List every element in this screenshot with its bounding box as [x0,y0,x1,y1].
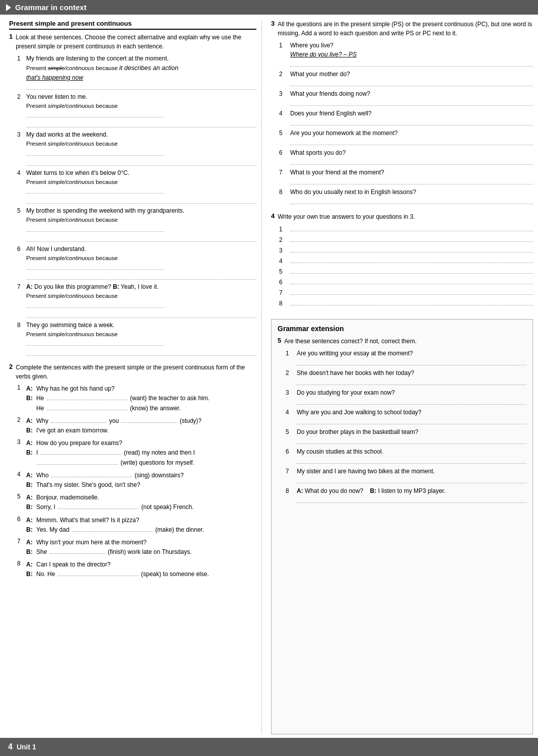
answer-line [26,186,164,194]
answer-line [290,118,533,125]
list-item: 6 What sports you do? [279,148,533,166]
sentence: My cousin studies at this school. [297,447,526,456]
list-item: 6 Ah! Now I understand. Present simple/c… [17,244,256,281]
sentence: A: Do you like this programme? B: Yeah, … [26,282,256,291]
ex2-num: 2 [9,363,13,370]
list-item: 2 What your mother do? [279,70,533,87]
question: What is your friend at the moment? [290,168,533,177]
header-bar: Grammar in context [0,0,538,15]
answer-line [297,476,526,483]
list-item: 3 A: How do you prepare for exams? B: I … [17,438,256,468]
fill-blank[interactable] [72,531,153,532]
list-item: 1 Are you writting your essay at the mom… [286,349,526,366]
list-item: 6 [279,277,533,286]
answer-line [26,349,256,356]
exercise-4: 4 Write your own true answers to your qu… [271,212,533,309]
ex3-num: 3 [271,20,275,27]
question: What sports you do? [290,148,533,157]
fill-blank[interactable] [51,422,106,423]
fill-blank[interactable] [58,509,139,509]
sentence: Do your brother plays in the basketball … [297,427,526,436]
answer-line [290,59,533,67]
list-item: 8 They go swimming twice a week. Present… [17,321,256,357]
list-item: 2 She doesn't have her books with her to… [286,368,526,386]
question: Does your friend English well? [290,109,533,118]
fill-blank[interactable] [47,400,127,400]
exercise-3: 3 All the questions are in the present s… [271,20,533,207]
list-item: 4 Water turns to ice when it's below 0°C… [17,168,256,205]
list-item: 8 [279,298,533,307]
footer-page: 4 [8,742,13,751]
fill-blank[interactable] [50,553,105,554]
exercise-1: 1 Look at these sentences. Choose the co… [9,33,256,357]
answer-line [26,235,256,242]
list-item: 4 A: Who (sing) downstairs? B: That's my… [17,471,256,490]
answer-line [290,277,533,284]
question: Are you your homework at the moment? [290,129,533,138]
ex1-num: 1 [9,33,13,40]
grammar-ext-title: Grammar extension [278,325,526,333]
ex4-num: 4 [271,212,275,220]
fill-blank[interactable] [47,410,127,410]
sentence: My friends are listening to the concert … [26,54,256,63]
list-item: 7 [279,288,533,296]
sentence: My dad works at the weekend. [26,130,256,139]
answer-line [26,120,256,128]
list-item: 1 My friends are listening to the concer… [17,54,256,91]
ex4-instruction: Write your own true answers to your ques… [278,212,415,221]
fill-blank[interactable] [121,422,177,423]
fill-blank[interactable] [41,454,121,455]
answer-line [26,149,164,156]
main-content: Present simple and present continuous 1 … [0,15,538,734]
example-answer: it describes an action [119,65,178,72]
ex3-instruction: All the questions are in the present sim… [278,20,533,38]
list-item: 6 My cousin studies at this school. [286,447,526,465]
question: What your mother do? [290,70,533,79]
list-item: 5 A: Bonjour, mademoiselle. B: Sorry, I … [17,493,256,512]
fill-blank[interactable] [51,477,132,477]
answer-line [26,83,256,90]
left-column: Present simple and present continuous 1 … [0,20,262,734]
answer-line [297,398,526,405]
ex2-items: 1 A: Why has he got his hand up? B: He (… [17,384,256,579]
list-item: 8 Who do you usually next to in English … [279,187,533,205]
answer-line [297,457,526,464]
sentence: You never listen to me. [26,92,256,101]
ex5-items: 1 Are you writting your essay at the mom… [286,349,526,504]
list-item: 7 My sister and I are having two bikes a… [286,467,526,484]
answer-line [26,225,164,232]
answer-line [290,235,533,242]
answer-line [290,224,533,231]
answer-line [290,158,533,165]
fill-blank[interactable] [37,464,118,465]
answer-line [297,378,526,385]
answer-line [290,288,533,295]
section1-title: Present simple and present continuous [9,20,256,30]
sentence: Do you studying for your exam now? [297,388,526,397]
question: Where you live? [290,41,533,50]
list-item: 1 A: Why has he got his hand up? B: He (… [17,384,256,413]
answer-line [290,177,533,184]
example-answer-line2: that's happening now [26,73,256,82]
list-item: 7 A: Do you like this programme? B: Yeah… [17,282,256,319]
answer-line [290,267,533,274]
sentence: Are you writting your essay at the momen… [297,349,526,358]
list-item: 3 [279,245,533,254]
ex1-instruction: Look at these sentences. Choose the corr… [16,33,256,51]
list-item: 2 You never listen to me. Present simple… [17,92,256,129]
sentence: My brother is spending the weekend with … [26,206,256,215]
list-item: 1 Where you live? Where do you live? – P… [279,41,533,68]
list-item: 5 My brother is spending the weekend wit… [17,206,256,243]
answer-line [290,298,533,305]
fill-blank[interactable] [58,576,139,576]
answer-line [26,197,256,204]
answer-line [290,99,533,106]
answer-line [26,110,164,117]
sentence: They go swimming twice a week. [26,321,256,330]
list-item: 3 Do you studying for your exam now? [286,388,526,406]
answer-line [297,437,526,444]
sentence: She doesn't have her books with her toda… [297,368,526,377]
ex5-num: 5 [278,337,281,344]
sentence: A: What do you do now? B: I listen to my… [297,486,526,495]
list-item: 8 A: What do you do now? B: I listen to … [286,486,526,504]
